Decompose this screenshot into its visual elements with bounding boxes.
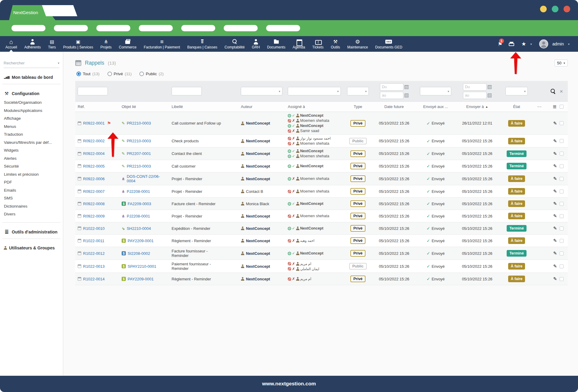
chevron-down-icon[interactable]: ▾: [530, 42, 532, 46]
assignee-name[interactable]: احمد وهبه: [300, 238, 314, 243]
nav-item-tickets[interactable]: Tickets: [309, 36, 327, 52]
nav-item-agenda[interactable]: Agenda: [289, 36, 309, 52]
reminder-ref-link[interactable]: R0922-0001: [83, 121, 105, 125]
assignee-name[interactable]: Moemen shehata: [300, 118, 329, 123]
linked-object-link[interactable]: FA2209-0003: [128, 202, 151, 206]
assignee-name[interactable]: احمد مسعود نوار نوار: [300, 136, 331, 141]
calendar-picker-icon[interactable]: [405, 85, 409, 89]
edit-icon[interactable]: ✎: [553, 151, 557, 156]
assignee-name[interactable]: NextConcept: [300, 164, 323, 168]
assignee-name[interactable]: ايمان العاملي: [300, 267, 319, 271]
assignee-name[interactable]: Samir saad: [300, 128, 319, 133]
col-header-libelle[interactable]: Libellé: [169, 102, 238, 112]
assignee-name[interactable]: NextConcept: [300, 149, 323, 153]
menu-pill[interactable]: [224, 25, 258, 31]
date-future-to-input[interactable]: [380, 92, 403, 99]
edit-icon[interactable]: ✎: [553, 138, 557, 144]
linked-object-link[interactable]: PAY2209-0001: [128, 277, 154, 281]
sidebar-item-sms[interactable]: SMS: [0, 194, 63, 202]
radio-public[interactable]: Public (2): [139, 72, 163, 76]
reminder-ref-link[interactable]: R1022-0013: [83, 264, 105, 269]
author-filter-select[interactable]: [241, 87, 282, 95]
sidebar-section-configuration[interactable]: Configuration: [0, 91, 63, 96]
flag-icon[interactable]: ⚑: [107, 121, 111, 126]
avatar[interactable]: [539, 39, 548, 48]
sidebar-item-soci-t-organisation[interactable]: Société/Organisation: [0, 99, 63, 107]
row-checkbox[interactable]: [560, 252, 564, 255]
col-header-envoyer-a[interactable]: Envoyer à ▲: [455, 102, 500, 112]
sidebar-item-menus[interactable]: Menus: [0, 123, 63, 131]
assignee-name[interactable]: Moemen shehata: [300, 154, 329, 159]
sidebar-item-alertes[interactable]: Alertes: [0, 155, 63, 163]
col-header-etat[interactable]: État: [500, 102, 533, 112]
send-at-from-input[interactable]: [463, 83, 486, 91]
menu-pill[interactable]: [181, 25, 215, 31]
nav-item-maintenance[interactable]: Maintenance: [344, 36, 372, 52]
nav-item-banques-caisses[interactable]: Banques | Caisses: [184, 36, 221, 52]
row-checkbox[interactable]: [560, 164, 564, 168]
menu-pill[interactable]: [139, 25, 173, 31]
reminder-ref-link[interactable]: R1022-0011: [83, 239, 104, 243]
author-name[interactable]: NextConcept: [246, 151, 270, 156]
send-at-to-input[interactable]: [463, 92, 486, 99]
author-name[interactable]: NextConcept: [246, 214, 270, 218]
author-name[interactable]: NextConcept: [246, 164, 270, 168]
calendar-picker-icon[interactable]: [488, 85, 492, 89]
assignee-name[interactable]: NextConcept: [300, 251, 323, 256]
chevron-down-icon[interactable]: ▾: [568, 42, 570, 46]
nav-item-adh-rents[interactable]: Adhérents: [21, 36, 45, 52]
nav-item-accueil[interactable]: Accueil: [2, 36, 21, 52]
sidebar-item-pdf[interactable]: PDF: [0, 178, 63, 187]
linked-object-link[interactable]: SH2210-0004: [127, 226, 151, 231]
linked-object-link[interactable]: PR2210-0003: [127, 164, 151, 168]
nav-item-projets[interactable]: Projets: [97, 36, 115, 52]
author-name[interactable]: NextConcept: [246, 264, 270, 269]
edit-icon[interactable]: ✎: [553, 163, 557, 169]
linked-object-link[interactable]: PJ2208-0001: [127, 189, 150, 194]
row-checkbox[interactable]: [560, 139, 564, 143]
ref-filter-input[interactable]: [78, 87, 108, 95]
nav-item-grh[interactable]: GRH: [248, 36, 264, 52]
select-all-checkbox[interactable]: [560, 105, 564, 109]
author-name[interactable]: Contact B: [246, 189, 263, 194]
linked-object-link[interactable]: PR2207-0001: [127, 151, 151, 156]
menu-pill[interactable]: [54, 25, 88, 31]
nav-item-documents[interactable]: Documents: [263, 36, 289, 52]
linked-object-link[interactable]: PR2210-0003: [127, 121, 151, 125]
assignee-name[interactable]: Moemen shehata: [300, 141, 329, 146]
assignee-name[interactable]: Moemen shehata: [300, 176, 329, 181]
sidebar-item-divers[interactable]: Divers: [0, 210, 63, 218]
edit-icon[interactable]: ✎: [553, 201, 557, 206]
sidebar-item-dictionnaires[interactable]: Dictionnaires: [0, 202, 63, 211]
list-view-icon[interactable]: ≣: [553, 104, 557, 110]
edit-icon[interactable]: ✎: [553, 213, 557, 219]
row-checkbox[interactable]: [560, 190, 564, 193]
row-checkbox[interactable]: [560, 264, 564, 268]
sidebar-item-s-curit[interactable]: Sécurité: [0, 162, 63, 171]
nav-item-produits-services[interactable]: Produits | Services: [60, 36, 97, 52]
calendar-picker-icon[interactable]: [405, 94, 409, 97]
sidebar-section-outils-d-administration[interactable]: Outils d'administration: [0, 229, 63, 235]
linked-object-link[interactable]: PJ2208-0001: [127, 214, 150, 218]
sidebar-item-dashboard[interactable]: Mon tableau de bord: [0, 75, 63, 80]
assignee-name[interactable]: NextConcept: [300, 113, 323, 118]
edit-icon[interactable]: ✎: [553, 238, 557, 243]
linked-object-link[interactable]: PAY2209-0001: [128, 239, 154, 243]
calendar-picker-icon[interactable]: [488, 94, 492, 97]
nav-item-commerce[interactable]: Commerce: [115, 36, 140, 52]
linked-object-link[interactable]: SPAY2210-0001: [128, 264, 156, 269]
row-checkbox[interactable]: [560, 202, 564, 206]
inactive-tab[interactable]: [42, 5, 77, 16]
edit-icon[interactable]: ✎: [553, 264, 557, 269]
col-header-auteur[interactable]: Auteur: [238, 102, 285, 112]
assignee-name[interactable]: NextConcept: [300, 226, 323, 231]
nav-item-tiers[interactable]: Tiers: [44, 36, 59, 52]
author-name[interactable]: NextConcept: [246, 226, 270, 231]
sidebar-item-limites-et-pr-cision[interactable]: Limites et précision: [0, 171, 63, 179]
clear-filters-icon[interactable]: ×: [560, 89, 563, 94]
reminder-ref-link[interactable]: R0922-0008: [83, 202, 105, 206]
edit-icon[interactable]: ✎: [553, 276, 557, 282]
row-checkbox[interactable]: [560, 227, 564, 230]
reminder-ref-link[interactable]: R1022-0010: [83, 226, 105, 231]
author-name[interactable]: NextConcept: [246, 251, 270, 256]
